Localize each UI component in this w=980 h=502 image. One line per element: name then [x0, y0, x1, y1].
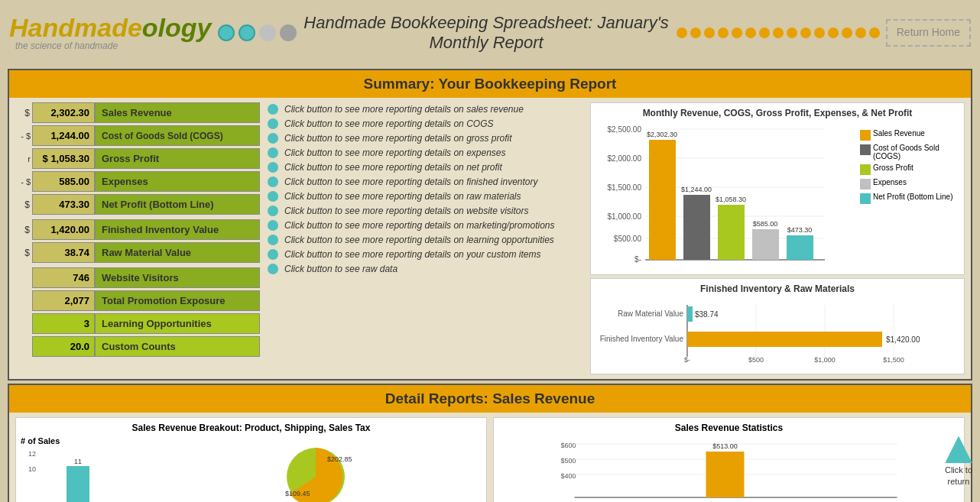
summary-middle-panel: Click button to see more reporting detai…	[264, 102, 586, 374]
click-return-text[interactable]: Click toreturn	[945, 465, 972, 487]
svg-text:$473.30: $473.30	[787, 226, 813, 234]
click-item-3[interactable]: Click button to see more reporting detai…	[268, 133, 586, 144]
svg-rect-20	[787, 235, 813, 260]
click-dot-2[interactable]	[268, 118, 278, 129]
click-item-10[interactable]: Click button to see more reporting detai…	[268, 235, 586, 245]
click-dot-12[interactable]	[268, 264, 278, 274]
net-profit-label[interactable]: Net Profit (Bottom Line)	[95, 194, 260, 215]
dot-teal-2	[239, 24, 255, 41]
click-item-5[interactable]: Click button to see more reporting detai…	[268, 162, 586, 173]
svg-rect-39	[67, 466, 89, 502]
finished-inventory-row: $ 1,420.00 Finished Inventory Value	[15, 219, 260, 240]
svg-text:$2,500.00: $2,500.00	[608, 125, 642, 134]
visitors-label[interactable]: Website Visitors	[95, 267, 260, 288]
dot-o15	[869, 28, 880, 38]
logo-handmade: Handmade	[9, 13, 142, 42]
finished-inv-label[interactable]: Finished Inventory Value	[95, 219, 260, 240]
sales-revenue-label[interactable]: Sales Revenue	[95, 102, 260, 123]
click-dot-3[interactable]	[268, 133, 278, 144]
logo-text: Handmadeology	[9, 15, 212, 40]
expenses-value: 585.00	[32, 171, 95, 192]
detail-chart1: Sales Revenue Breakout: Product, Shippin…	[15, 417, 487, 502]
svg-text:$1,500: $1,500	[883, 356, 904, 364]
svg-text:$513.00: $513.00	[712, 442, 738, 450]
svg-text:$1,000.00: $1,000.00	[608, 212, 642, 221]
dot-o7	[759, 28, 770, 38]
svg-text:$500: $500	[748, 356, 764, 364]
svg-text:$600: $600	[561, 442, 576, 449]
logo-area: Handmadeology the science of handmade	[9, 15, 212, 51]
chart1-container: Monthly Revenue, COGS, Gross Profit, Exp…	[590, 102, 965, 275]
dot-o9	[787, 28, 797, 38]
return-arrow-icon[interactable]	[945, 436, 972, 463]
click-item-8[interactable]: Click button to see more reporting detai…	[268, 206, 586, 216]
click-item-11[interactable]: Click button to see more reporting detai…	[268, 249, 586, 260]
click-item-7[interactable]: Click button to see more reporting detai…	[268, 191, 586, 202]
dot-o5	[732, 28, 742, 38]
click-text-4: Click button to see more reporting detai…	[284, 147, 506, 158]
click-dot-6[interactable]	[268, 177, 278, 187]
learning-label[interactable]: Learning Opportunities	[95, 313, 260, 334]
return-home-button[interactable]: Return Home	[886, 19, 971, 47]
gross-profit-row: r $ 1,058.30 Gross Profit	[15, 148, 260, 169]
click-text-3: Click button to see more reporting detai…	[284, 133, 511, 144]
dot-gray-2	[280, 24, 297, 41]
sales-count-chart: # of Sales 12 10 11	[21, 436, 143, 502]
click-dot-10[interactable]	[268, 235, 278, 245]
click-dot-7[interactable]	[268, 191, 278, 202]
promo-label[interactable]: Total Promotion Exposure	[95, 290, 260, 311]
finished-inv-value: 1,420.00	[32, 219, 95, 240]
svg-text:$1,244.00: $1,244.00	[681, 186, 712, 193]
logo-sub: the science of handmade	[15, 40, 212, 51]
return-click-area[interactable]: Click toreturn	[945, 436, 972, 487]
svg-text:Finished Inventory Value: Finished Inventory Value	[600, 335, 684, 343]
click-dot-8[interactable]	[268, 206, 278, 216]
click-dot-5[interactable]	[268, 162, 278, 173]
click-text-2: Click button to see more reporting detai…	[284, 118, 493, 129]
svg-text:$2,000.00: $2,000.00	[608, 154, 642, 163]
click-dot-1[interactable]	[268, 104, 278, 115]
detail-chart2-title: Sales Revenue Statistics	[498, 423, 959, 433]
website-visitors-row: 746 Website Visitors	[15, 267, 260, 288]
cogs-label[interactable]: Cost of Goods Sold (COGS)	[95, 125, 260, 146]
visitors-value: 746	[32, 267, 95, 288]
chart2-title: Finished Inventory & Raw Materials	[595, 283, 959, 294]
click-item-9[interactable]: Click button to see more reporting detai…	[268, 220, 586, 231]
promotion-row: 2,077 Total Promotion Exposure	[15, 290, 260, 311]
svg-rect-32	[687, 306, 693, 322]
click-dot-11[interactable]	[268, 249, 278, 260]
svg-text:$1,058.30: $1,058.30	[716, 196, 746, 203]
click-item-4[interactable]: Click button to see more reporting detai…	[268, 147, 586, 158]
svg-rect-34	[687, 332, 882, 347]
cogs-row: - $ 1,244.00 Cost of Goods Sold (COGS)	[15, 125, 260, 146]
click-dot-4[interactable]	[268, 147, 278, 158]
svg-text:$1,420.00: $1,420.00	[886, 335, 920, 344]
click-item-2[interactable]: Click button to see more reporting detai…	[268, 118, 586, 129]
gross-profit-prefix: r	[15, 154, 32, 164]
header-title: Handmade Bookkeeping Spreadsheet: Januar…	[303, 13, 670, 53]
net-profit-value: 473.30	[32, 194, 95, 215]
svg-text:$38.74: $38.74	[695, 310, 719, 319]
click-item-6[interactable]: Click button to see more reporting detai…	[268, 177, 586, 187]
gross-profit-label[interactable]: Gross Profit	[95, 148, 260, 169]
chart1-title: Monthly Revenue, COGS, Gross Profit, Exp…	[595, 108, 959, 118]
click-item-12[interactable]: Click button to see raw data	[268, 264, 586, 274]
learning-row: 3 Learning Opportunities	[15, 313, 260, 334]
sales-revenue-row: $ 2,302.30 Sales Revenue	[15, 102, 260, 123]
click-item-1[interactable]: Click button to see more reporting detai…	[268, 104, 586, 115]
svg-text:$500.00: $500.00	[614, 235, 642, 243]
custom-label[interactable]: Custom Counts	[95, 336, 260, 357]
dot-o4	[718, 28, 729, 38]
click-text-6: Click button to see more reporting detai…	[284, 177, 538, 187]
pie-chart-area: $202.85 $109.45 Total Product Sale	[149, 439, 482, 502]
summary-left-panel: $ 2,302.30 Sales Revenue - $ 1,244.00 Co…	[15, 102, 260, 374]
raw-material-label[interactable]: Raw Material Value	[95, 242, 260, 263]
raw-material-value: 38.74	[32, 242, 95, 263]
click-text-11: Click button to see more reporting detai…	[284, 249, 540, 260]
svg-rect-18	[752, 229, 779, 260]
dot-o6	[745, 28, 756, 38]
svg-text:$400: $400	[561, 472, 576, 480]
click-dot-9[interactable]	[268, 220, 278, 231]
expenses-label[interactable]: Expenses	[95, 171, 260, 192]
click-text-7: Click button to see more reporting detai…	[284, 191, 521, 202]
